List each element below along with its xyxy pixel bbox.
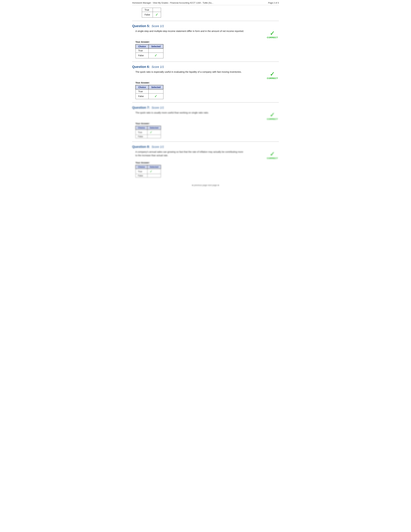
partial-answer-table: TrueFalse✓ [142,8,161,18]
q5-col-selected: Selected [149,44,163,48]
table-row: True [142,8,161,12]
question-6-answer: Your Answer: Choice Selected TrueFalse✓ [132,81,279,99]
divider-q5 [132,21,279,21]
question-6-table: Choice Selected TrueFalse✓ [135,85,163,99]
table-row: False [136,174,161,178]
question-6-label: Question 6: [132,65,150,68]
selected-cell [147,174,161,178]
table-row: False✓ [136,53,163,58]
bottom-navigation: ◄ previous page next page ► [132,182,279,186]
question-7-label: Question 7: [132,106,150,109]
correct-checkmark-7: ✓ [270,112,275,118]
question-6-text: The quick ratio is especially useful in … [135,70,242,74]
question-6-header: Question 6: Score 1/1 [132,65,279,69]
selected-cell [149,48,163,53]
selected-cell: ✓ [153,12,161,18]
question-5-text: A single-step and multiple-step income s… [135,29,244,33]
selected-cell [147,135,161,138]
question-6-correct-badge: ✓ CORRECT [266,70,279,79]
question-6-score: Score 1/1 [151,65,164,68]
table-row: True✓ [136,169,161,174]
question-5-label: Question 5: [132,24,150,28]
choice-cell: True [142,8,153,12]
question-8-score: Score 1/1 [151,145,164,149]
selected-cell: ✓ [147,169,161,174]
question-6-body: The quick ratio is especially useful in … [132,70,279,79]
q6-col-selected: Selected [149,85,163,89]
page-title: Homework Manager - View My Grades - Fina… [132,2,213,4]
correct-checkmark-5: ✓ [270,30,275,36]
correct-label-6: CORRECT [267,77,278,79]
choice-cell: True [136,169,147,174]
table-row: False [136,135,161,138]
choice-cell: True [136,48,149,53]
question-7-text: The quick ratio is usually more useful t… [135,111,209,115]
nav-links[interactable]: ◄ previous page next page ► [191,184,220,186]
page-number: Page 2 of 3 [268,2,279,4]
selected-cell: ✓ [149,53,163,58]
q7-col-choice: Choice [136,126,147,130]
selected-cell [149,89,163,94]
selected-cell: ✓ [147,130,161,135]
q5-col-choice: Choice [136,44,149,48]
q7-col-selected: Selected [147,126,161,130]
correct-label-7: CORRECT [267,118,278,120]
table-row: True✓ [136,130,161,135]
table-row: True [136,89,163,94]
choice-cell: False [136,53,149,58]
page-header: Homework Manager - View My Grades - Fina… [132,2,279,5]
selected-cell [153,8,161,12]
question-5-answer-label: Your Answer: [135,41,279,43]
choice-cell: False [142,12,153,18]
question-8-answer-label: Your Answer: [135,161,279,164]
question-7-header: Question 7: Score 1/1 [132,106,279,109]
question-5-answer: Your Answer: Choice Selected TrueFalse✓ [132,41,279,58]
question-8-correct-badge: ✓ CORRECT [266,150,279,160]
question-7-correct-badge: ✓ CORRECT [266,111,279,120]
question-5-header: Question 5: Score 1/1 [132,24,279,28]
question-8-body: A company's annual sales can growing so … [132,150,279,160]
correct-checkmark-6: ✓ [270,71,275,77]
question-7-body: The quick ratio is usually more useful t… [132,111,279,120]
question-8-text: A company's annual sales can growing so … [135,150,245,157]
question-8-block: Question 8: Score 1/1 A company's annual… [132,145,279,178]
question-7-block: Question 7: Score 1/1 The quick ratio is… [132,106,279,138]
table-row: False✓ [142,12,161,18]
question-8-answer: Your Answer: Choice Selected True✓False [132,161,279,178]
q8-col-selected: Selected [147,165,161,169]
choice-cell: True [136,89,149,94]
q6-col-choice: Choice [136,85,149,89]
question-8-table: Choice Selected True✓False [135,165,161,178]
correct-label-5: CORRECT [267,36,278,39]
divider-q8 [132,142,279,142]
choice-cell: False [136,94,149,99]
question-7-table: Choice Selected True✓False [135,126,161,138]
question-5-table: Choice Selected TrueFalse✓ [135,44,163,58]
question-5-block: Question 5: Score 1/1 A single-step and … [132,24,279,58]
question-6-answer-label: Your Answer: [135,81,279,84]
question-7-score: Score 1/1 [151,106,164,109]
question-5-correct-badge: ✓ CORRECT [266,29,279,39]
question-6-block: Question 6: Score 1/1 The quick ratio is… [132,65,279,99]
choice-cell: False [136,135,147,138]
correct-label-8: CORRECT [267,157,278,160]
table-row: True [136,48,163,53]
divider-q7 [132,102,279,103]
table-row: False✓ [136,94,163,99]
question-5-body: A single-step and multiple-step income s… [132,29,279,39]
question-7-answer-label: Your Answer: [135,122,279,125]
selected-cell: ✓ [149,94,163,99]
choice-cell: False [136,174,147,178]
question-7-answer: Your Answer: Choice Selected True✓False [132,122,279,138]
choice-cell: True [136,130,147,135]
q8-col-choice: Choice [136,165,147,169]
question-8-header: Question 8: Score 1/1 [132,145,279,149]
correct-checkmark-8: ✓ [270,151,275,157]
partial-prev-table: TrueFalse✓ [132,8,279,18]
nav-text[interactable]: ◄ previous page next page ► [191,184,220,186]
question-5-score: Score 1/1 [151,25,164,28]
question-8-label: Question 8: [132,145,150,149]
